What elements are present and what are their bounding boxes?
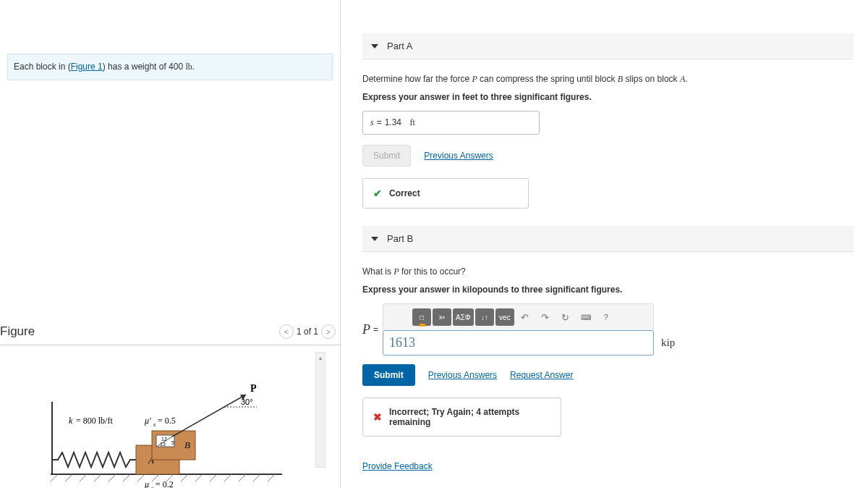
svg-text:= 0.5: = 0.5 — [158, 416, 176, 426]
svg-line-12 — [210, 474, 217, 481]
part-a-feedback: ✔ Correct — [362, 178, 529, 209]
intro-prefix: Each block in ( — [14, 62, 71, 72]
svg-text:30°: 30° — [241, 397, 253, 406]
svg-line-13 — [224, 474, 231, 481]
part-a-title: Part A — [387, 41, 412, 51]
part-b-request-answer-link[interactable]: Request Answer — [510, 370, 573, 380]
tool-sqrt[interactable]: xa — [433, 308, 451, 326]
part-b-title: Part B — [387, 233, 413, 244]
svg-line-11 — [195, 474, 203, 481]
svg-text:12: 12 — [161, 437, 167, 442]
part-a-feedback-text: Correct — [389, 188, 420, 198]
part-a-instruction: Determine how far the force P can compre… — [362, 74, 854, 85]
figure-next-button[interactable]: > — [321, 324, 336, 339]
svg-line-4 — [94, 474, 101, 481]
svg-text:s: s — [151, 485, 153, 488]
tool-reset[interactable]: ↻ — [556, 308, 575, 326]
part-b-sub: Express your answer in kilopounds to thr… — [362, 285, 854, 295]
tool-help[interactable]: ? — [597, 308, 616, 326]
part-b-instruction: What is P for this to occur? — [362, 266, 854, 277]
tool-vec[interactable]: vec — [495, 308, 514, 326]
svg-text:B: B — [184, 439, 190, 450]
svg-text:5: 5 — [171, 440, 174, 445]
svg-text:k: k — [69, 416, 73, 426]
tool-scripts[interactable]: ↓↑ — [475, 308, 494, 326]
tool-undo[interactable]: ↶ — [516, 308, 535, 326]
tool-redo[interactable]: ↷ — [536, 308, 555, 326]
tool-keyboard[interactable]: ⌨ — [576, 308, 595, 326]
part-a-sub: Express your answer in feet to three sig… — [362, 92, 854, 102]
figure-title: Figure — [0, 324, 35, 339]
svg-line-10 — [181, 474, 188, 481]
part-b-previous-answers-link[interactable]: Previous Answers — [428, 370, 497, 380]
part-a-value: 1.34 — [385, 117, 401, 128]
figure-canvas: A B 12 13 5 P 30° — [0, 351, 340, 488]
part-b-feedback: ✖ Incorrect; Try Again; 4 attempts remai… — [362, 397, 561, 437]
cross-icon: ✖ — [373, 411, 382, 423]
part-b-var: P — [362, 322, 370, 337]
caret-down-icon — [371, 44, 378, 49]
svg-line-15 — [253, 474, 260, 481]
tool-greek[interactable]: ΑΣΦ — [453, 308, 474, 326]
figure-link[interactable]: Figure 1 — [71, 62, 103, 72]
figure-pager: < 1 of 1 > — [279, 324, 336, 339]
figure-pager-text: 1 of 1 — [297, 327, 318, 337]
svg-text:13: 13 — [160, 442, 166, 447]
part-b-feedback-text: Incorrect; Try Again; 4 attempts remaini… — [389, 407, 550, 427]
figure-section: Figure < 1 of 1 > — [0, 324, 340, 488]
intro-suffix: ) has a weight of 400 lb. — [103, 62, 195, 72]
svg-line-2 — [65, 474, 72, 481]
figure-scrollbar[interactable]: ▴ — [315, 352, 326, 468]
part-b-answer-input[interactable] — [389, 335, 647, 350]
svg-line-1 — [51, 474, 58, 481]
svg-text:= 0.2: = 0.2 — [156, 479, 174, 488]
part-a-submit-button: Submit — [362, 145, 411, 167]
part-a-unit: ft — [409, 117, 414, 128]
svg-text:P: P — [250, 383, 257, 394]
provide-feedback-link[interactable]: Provide Feedback — [362, 461, 433, 471]
svg-text:μ: μ — [144, 479, 149, 488]
svg-line-7 — [137, 474, 145, 481]
part-b-header[interactable]: Part B — [362, 226, 854, 252]
svg-text:= 800 lb/ft: = 800 lb/ft — [76, 416, 113, 426]
part-a-previous-answers-link[interactable]: Previous Answers — [424, 151, 493, 161]
check-icon: ✔ — [373, 188, 382, 199]
part-b-submit-button[interactable]: Submit — [362, 364, 415, 386]
svg-text:s: s — [153, 421, 156, 428]
svg-text:μ′: μ′ — [144, 416, 151, 426]
svg-line-6 — [123, 474, 130, 481]
figure-prev-button[interactable]: < — [279, 324, 294, 339]
part-b-unit: kip — [661, 337, 675, 349]
part-a-answer: s = 1.34 ft — [362, 111, 540, 135]
svg-line-27 — [172, 395, 246, 437]
svg-line-16 — [268, 474, 275, 481]
svg-line-5 — [109, 474, 116, 481]
svg-line-3 — [80, 474, 87, 481]
scroll-up-icon: ▴ — [316, 353, 325, 363]
problem-intro: Each block in (Figure 1) has a weight of… — [7, 54, 333, 80]
svg-line-14 — [239, 474, 246, 481]
part-a-var: s — [370, 117, 374, 128]
part-a-header[interactable]: Part A — [362, 33, 854, 59]
caret-down-icon — [371, 237, 378, 241]
